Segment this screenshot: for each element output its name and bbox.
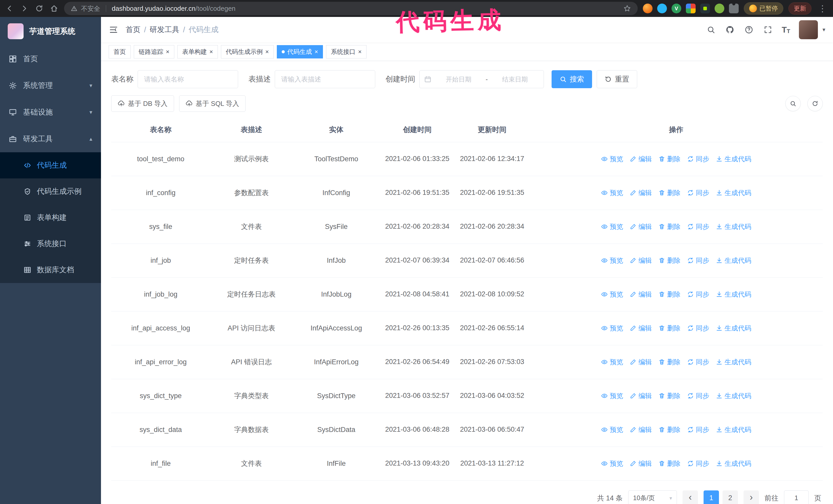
preview-action-link[interactable]: 预览 xyxy=(601,290,623,299)
edit-action-link[interactable]: 编辑 xyxy=(630,154,652,164)
sync-action-link[interactable]: 同步 xyxy=(687,188,709,197)
sync-action-link[interactable]: 同步 xyxy=(687,154,709,164)
sync-action-link[interactable]: 同步 xyxy=(687,425,709,434)
sidebar-subitem[interactable]: 代码生成示例 xyxy=(0,178,101,205)
avatar-caret-icon[interactable]: ▾ xyxy=(823,26,825,33)
breadcrumb-item[interactable]: 研发工具 xyxy=(150,25,180,35)
generate-code-action-link[interactable]: 生成代码 xyxy=(716,188,751,197)
tab-active[interactable]: 代码生成× xyxy=(277,45,323,58)
help-icon[interactable] xyxy=(744,25,754,35)
edit-action-link[interactable]: 编辑 xyxy=(630,324,652,333)
tab-close-icon[interactable]: × xyxy=(265,49,269,55)
tab-item[interactable]: 代码生成示例× xyxy=(221,45,274,58)
sidebar-subitem[interactable]: 表单构建 xyxy=(0,205,101,231)
preview-action-link[interactable]: 预览 xyxy=(601,256,623,265)
delete-action-link[interactable]: 删除 xyxy=(659,459,681,468)
edit-action-link[interactable]: 编辑 xyxy=(630,222,652,231)
preview-action-link[interactable]: 预览 xyxy=(601,188,623,197)
generate-code-action-link[interactable]: 生成代码 xyxy=(716,222,751,231)
security-warning-label[interactable]: 不安全 xyxy=(81,4,100,13)
delete-action-link[interactable]: 删除 xyxy=(659,425,681,434)
app-logo[interactable]: 芋道管理系统 xyxy=(0,17,101,46)
sidebar-item[interactable]: 系统管理▾ xyxy=(0,72,101,99)
edit-action-link[interactable]: 编辑 xyxy=(630,391,652,401)
generate-code-action-link[interactable]: 生成代码 xyxy=(716,324,751,333)
puzzle-extension-icon[interactable] xyxy=(729,4,739,13)
next-page-button[interactable]: › xyxy=(743,490,759,504)
extension-icon[interactable]: V xyxy=(671,4,681,13)
sync-action-link[interactable]: 同步 xyxy=(687,290,709,299)
fullscreen-icon[interactable] xyxy=(763,25,773,35)
edit-action-link[interactable]: 编辑 xyxy=(630,459,652,468)
delete-action-link[interactable]: 删除 xyxy=(659,222,681,231)
extension-icon[interactable] xyxy=(657,4,667,13)
generate-code-action-link[interactable]: 生成代码 xyxy=(716,425,751,434)
import-db-button[interactable]: 基于 DB 导入 xyxy=(111,95,174,112)
tab-item[interactable]: 系统接口× xyxy=(326,45,366,58)
generate-code-action-link[interactable]: 生成代码 xyxy=(716,290,751,299)
tab-close-icon[interactable]: × xyxy=(166,49,169,55)
sidebar-subitem[interactable]: 代码生成 xyxy=(0,152,101,178)
page-size-select[interactable]: 10条/页 ▾ xyxy=(628,490,677,504)
date-range-picker[interactable]: 开始日期 - 结束日期 xyxy=(419,70,544,88)
edit-action-link[interactable]: 编辑 xyxy=(630,256,652,265)
reload-icon[interactable] xyxy=(34,4,44,13)
generate-code-action-link[interactable]: 生成代码 xyxy=(716,154,751,164)
browser-home-icon[interactable] xyxy=(49,4,59,13)
reset-button[interactable]: 重置 xyxy=(597,70,637,88)
sync-action-link[interactable]: 同步 xyxy=(687,358,709,367)
delete-action-link[interactable]: 删除 xyxy=(659,290,681,299)
edit-action-link[interactable]: 编辑 xyxy=(630,188,652,197)
generate-code-action-link[interactable]: 生成代码 xyxy=(716,358,751,367)
preview-action-link[interactable]: 预览 xyxy=(601,358,623,367)
page-button[interactable]: 1 xyxy=(704,490,719,504)
breadcrumb-item[interactable]: 首页 xyxy=(125,25,140,35)
preview-action-link[interactable]: 预览 xyxy=(601,391,623,401)
sync-action-link[interactable]: 同步 xyxy=(687,324,709,333)
sidebar-item[interactable]: 基础设施▾ xyxy=(0,99,101,126)
table-desc-input[interactable] xyxy=(275,70,375,88)
extension-icon[interactable] xyxy=(700,4,710,13)
generate-code-action-link[interactable]: 生成代码 xyxy=(716,256,751,265)
generate-code-action-link[interactable]: 生成代码 xyxy=(716,391,751,401)
tab-item[interactable]: 链路追踪× xyxy=(134,45,174,58)
browser-update-button[interactable]: 更新 xyxy=(788,2,811,15)
refresh-table-button[interactable] xyxy=(807,96,823,111)
sidebar-item[interactable]: 首页 xyxy=(0,46,101,72)
tab-item[interactable]: 表单构建× xyxy=(177,45,218,58)
delete-action-link[interactable]: 删除 xyxy=(659,358,681,367)
delete-action-link[interactable]: 删除 xyxy=(659,324,681,333)
tab-close-icon[interactable]: × xyxy=(209,49,213,55)
toggle-search-button[interactable] xyxy=(785,96,801,111)
sync-action-link[interactable]: 同步 xyxy=(687,459,709,468)
preview-action-link[interactable]: 预览 xyxy=(601,222,623,231)
forward-icon[interactable] xyxy=(20,4,29,13)
back-icon[interactable] xyxy=(5,4,14,13)
sync-action-link[interactable]: 同步 xyxy=(687,256,709,265)
github-icon[interactable] xyxy=(725,25,735,35)
goto-page-input[interactable] xyxy=(784,490,809,504)
page-button[interactable]: 2 xyxy=(722,490,738,504)
search-icon[interactable] xyxy=(706,25,716,35)
hamburger-icon[interactable] xyxy=(109,25,118,34)
delete-action-link[interactable]: 删除 xyxy=(659,154,681,164)
search-button[interactable]: 搜索 xyxy=(552,70,592,88)
import-sql-button[interactable]: 基于 SQL 导入 xyxy=(179,95,246,112)
edit-action-link[interactable]: 编辑 xyxy=(630,290,652,299)
bookmark-star-icon[interactable] xyxy=(623,5,631,12)
url-text[interactable]: dashboard.yudao.iocoder.cn/tool/codegen xyxy=(112,5,236,13)
sync-action-link[interactable]: 同步 xyxy=(687,391,709,401)
extension-icon[interactable] xyxy=(643,4,652,13)
user-avatar[interactable] xyxy=(799,20,818,39)
delete-action-link[interactable]: 删除 xyxy=(659,256,681,265)
extension-icon[interactable] xyxy=(715,4,724,13)
sync-action-link[interactable]: 同步 xyxy=(687,222,709,231)
edit-action-link[interactable]: 编辑 xyxy=(630,358,652,367)
extension-icon[interactable] xyxy=(686,4,696,13)
preview-action-link[interactable]: 预览 xyxy=(601,324,623,333)
delete-action-link[interactable]: 删除 xyxy=(659,391,681,401)
preview-action-link[interactable]: 预览 xyxy=(601,459,623,468)
edit-action-link[interactable]: 编辑 xyxy=(630,425,652,434)
preview-action-link[interactable]: 预览 xyxy=(601,425,623,434)
tab-close-icon[interactable]: × xyxy=(358,49,362,55)
